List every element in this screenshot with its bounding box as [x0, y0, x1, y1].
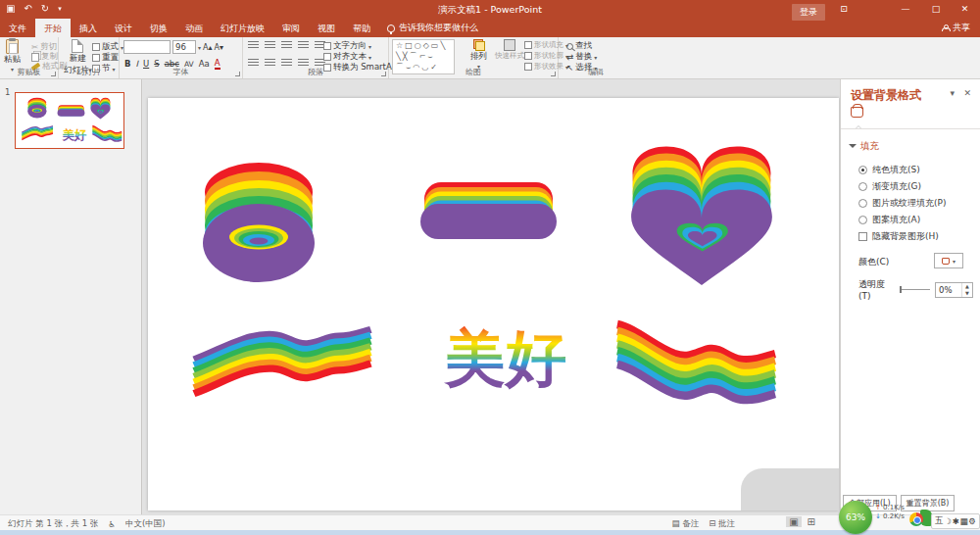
keyboard-icon[interactable]: ▦: [960, 516, 968, 526]
tab-home[interactable]: 开始: [35, 19, 71, 37]
language-indicator[interactable]: 中文(中国): [125, 518, 166, 530]
group-label-drawing: 绘图: [389, 67, 558, 77]
radio-icon[interactable]: [858, 166, 867, 174]
slide-shapes: [148, 98, 839, 511]
powerpoint-window: ▣ ↶ ↻ ▾ 演示文稿1 - PowerPoint 登录 ⊡ — □ ✕ 文件…: [0, 0, 980, 535]
font-size-dropdown-icon[interactable]: ▾: [198, 44, 201, 51]
fuzhu-icon[interactable]: ✱: [953, 516, 959, 526]
minimize-button[interactable]: —: [890, 0, 921, 19]
editing-canvas: [143, 79, 840, 514]
radio-icon[interactable]: [858, 199, 867, 208]
tab-transitions[interactable]: 切换: [141, 19, 176, 37]
slide-info: 幻灯片 第 1 张，共 1 张: [8, 518, 98, 530]
format-background-pane: 设置背景格式 ▾ ✕ 填充 纯色填充(S) 渐变填充(G) 图片或纹理填充(P)…: [840, 79, 980, 514]
group-label-editing: 编辑: [559, 67, 633, 77]
font-dialog-launcher[interactable]: [235, 72, 240, 76]
option-picture-fill[interactable]: 图片或纹理填充(P): [858, 197, 946, 210]
group-editing: 查找 ⇄替换▾ ↖选择▾ 编辑: [559, 37, 633, 78]
tab-insert[interactable]: 插入: [71, 19, 106, 37]
color-row: 颜色(C) ▾: [858, 256, 973, 268]
rainbow-rounded-rect-shape[interactable]: [420, 182, 557, 239]
numbering-icon[interactable]: [265, 41, 275, 50]
quick-styles-icon: [504, 39, 515, 51]
transparency-spinner[interactable]: 0% ▲▼: [935, 282, 973, 298]
clipboard-dialog-launcher[interactable]: [51, 72, 56, 76]
option-solid-fill[interactable]: 纯色填充(S): [858, 164, 920, 176]
rainbow-wordart-shape[interactable]: [443, 322, 566, 394]
shape-gallery-row[interactable]: ☆□○◇▭╲: [396, 40, 454, 51]
color-picker-button[interactable]: ▾: [934, 253, 963, 268]
comments-button[interactable]: ⊟ 批注: [709, 518, 735, 530]
slide-thumbnail[interactable]: [15, 92, 124, 149]
tab-help[interactable]: 帮助: [344, 19, 379, 37]
radio-icon[interactable]: [858, 216, 867, 224]
decrease-indent-icon[interactable]: [281, 41, 292, 50]
drawing-dialog-launcher[interactable]: [551, 72, 556, 76]
paragraph-dialog-launcher[interactable]: [381, 72, 386, 76]
tab-file[interactable]: 文件: [0, 19, 35, 37]
normal-view-button[interactable]: ▣: [786, 516, 801, 527]
quick-styles-button[interactable]: 快速样式: [495, 39, 524, 61]
rainbow-donut-shape[interactable]: [203, 163, 315, 282]
status-bar: 幻灯片 第 1 张，共 1 张 ♿ 中文(中国) ▤ 备注 ⊟ 批注 ▣ ⊞: [0, 514, 980, 530]
shape-fill-icon: [524, 41, 532, 49]
grow-font-button[interactable]: A▴: [203, 43, 213, 52]
ime-toolbar[interactable]: 五 ☽ ✱ ▦ ⚙: [931, 513, 980, 529]
accessibility-icon[interactable]: ♿: [108, 519, 116, 529]
moon-icon[interactable]: ☽: [944, 516, 952, 526]
tab-animations[interactable]: 动画: [176, 19, 212, 37]
tell-me-box[interactable]: 告诉我你想要做什么: [379, 19, 486, 37]
pane-title: 设置背景格式: [851, 87, 921, 104]
layout-icon: [92, 43, 100, 51]
rainbow-heart-shape[interactable]: [631, 146, 772, 285]
notes-button[interactable]: ▤ 备注: [671, 518, 699, 530]
shape-gallery-row[interactable]: ╲╳⌒⌐⌣: [396, 51, 454, 62]
close-button[interactable]: ✕: [950, 0, 980, 19]
text-direction-icon: [323, 42, 331, 50]
checkbox-icon[interactable]: [858, 232, 867, 241]
rainbow-wave-right-shape[interactable]: [617, 324, 775, 400]
bullets-icon[interactable]: [248, 41, 259, 50]
fill-section-header[interactable]: 填充: [849, 140, 879, 153]
tab-slideshow[interactable]: 幻灯片放映: [212, 19, 273, 37]
slide-sorter-view-button[interactable]: ⊞: [808, 516, 815, 527]
slide-thumbnail-panel: 1: [0, 79, 142, 514]
arrange-icon: [473, 39, 485, 51]
paste-icon: [6, 39, 19, 54]
tab-view[interactable]: 视图: [309, 19, 344, 37]
slide[interactable]: [148, 98, 839, 511]
radio-icon[interactable]: [858, 182, 867, 191]
pane-close-icon[interactable]: ✕: [963, 88, 971, 98]
fill-bucket-icon[interactable]: [851, 107, 863, 118]
pane-menu-icon[interactable]: ▾: [950, 88, 955, 98]
rainbow-wave-left-shape[interactable]: [194, 329, 370, 393]
increase-indent-icon[interactable]: [298, 41, 309, 50]
option-hide-background[interactable]: 隐藏背景图形(H): [858, 230, 939, 243]
group-label-slides: 幻灯片: [59, 67, 119, 77]
transparency-label: 透明度(T): [858, 278, 895, 301]
shrink-font-button[interactable]: A▾: [215, 43, 224, 52]
font-size-input[interactable]: 96: [172, 40, 196, 54]
network-speed-ball[interactable]: 63%: [839, 501, 872, 534]
settings-wrench-icon[interactable]: ⚙: [968, 516, 976, 526]
tab-design[interactable]: 设计: [106, 19, 141, 37]
transparency-slider[interactable]: [900, 289, 930, 290]
share-button[interactable]: 共享: [936, 19, 976, 37]
transparency-row: 透明度(T) 0% ▲▼: [858, 278, 973, 301]
ime-mode-icon[interactable]: 五: [935, 515, 944, 527]
font-name-input[interactable]: [123, 40, 171, 54]
maximize-button[interactable]: □: [920, 0, 952, 19]
mini-bucket-icon: [942, 258, 950, 265]
browser-icon[interactable]: [909, 512, 923, 526]
ribbon-display-options-icon[interactable]: ⊡: [828, 0, 859, 19]
title-bar: ▣ ↶ ↻ ▾ 演示文稿1 - PowerPoint 登录 ⊡ — □ ✕ 文件…: [0, 0, 980, 37]
group-slides: 新建 幻灯片▾ 版式▾ 重置 节▾ 幻灯片: [59, 37, 120, 78]
tab-review[interactable]: 审阅: [273, 19, 309, 37]
arrange-button[interactable]: 排列▾: [470, 39, 487, 70]
option-gradient-fill[interactable]: 渐变填充(G): [858, 180, 921, 193]
group-label-paragraph: 段落: [243, 67, 388, 77]
group-label-font: 字体: [120, 67, 242, 77]
person-icon: [942, 24, 949, 31]
option-pattern-fill[interactable]: 图案填充(A): [858, 214, 920, 226]
lightbulb-icon: [387, 24, 395, 32]
